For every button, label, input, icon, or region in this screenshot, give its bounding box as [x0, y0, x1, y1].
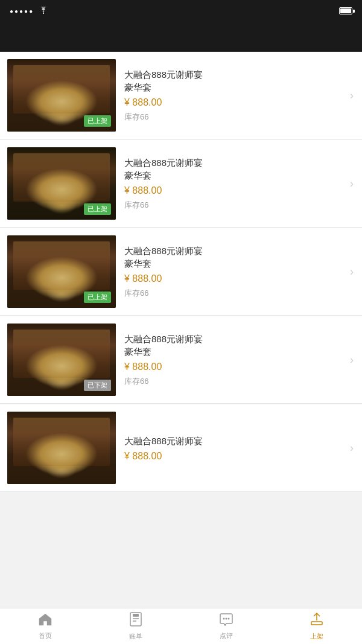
item-price: ¥ 888.00	[124, 362, 343, 372]
chevron-right-icon: ›	[350, 354, 362, 366]
bill-icon	[129, 612, 142, 630]
tab-bar: 首页 账单 点评	[0, 608, 362, 644]
item-title: 大融合888元谢师宴	[124, 435, 343, 447]
item-stock: 库存66	[124, 288, 343, 299]
battery-icon	[339, 7, 352, 14]
item-stock: 库存66	[124, 112, 343, 123]
tab-bill[interactable]: 账单	[91, 608, 181, 644]
tab-shelve[interactable]: 上架	[272, 608, 362, 644]
list-item[interactable]: 已上架 大融合888元谢师宴豪华套 ¥ 888.00 库存66 ›	[0, 140, 362, 228]
item-content: 大融合888元谢师宴豪华套 ¥ 888.00 库存66	[116, 154, 350, 213]
item-price: ¥ 888.00	[124, 97, 343, 108]
status-badge: 已上架	[84, 292, 111, 303]
item-image: 已上架	[7, 235, 116, 308]
item-content: 大融合888元谢师宴 ¥ 888.00	[116, 432, 350, 464]
tab-review-label: 点评	[220, 631, 233, 640]
list-item[interactable]: 大融合888元谢师宴 ¥ 888.00 ›	[0, 404, 362, 492]
item-content: 大融合888元谢师宴豪华套 ¥ 888.00 库存66	[116, 330, 350, 389]
item-title: 大融合888元谢师宴豪华套	[124, 244, 343, 270]
svg-rect-5	[133, 614, 139, 616]
item-title: 大融合888元谢师宴豪华套	[124, 68, 343, 94]
tab-review[interactable]: 点评	[181, 608, 272, 644]
signal-dots: ●●●●●	[10, 8, 34, 14]
svg-point-8	[228, 617, 230, 619]
list-item[interactable]: 已上架 大融合888元谢师宴豪华套 ¥ 888.00 库存66 ›	[0, 52, 362, 139]
nav-bar	[0, 22, 362, 52]
list-item[interactable]: 已上架 大融合888元谢师宴豪华套 ¥ 888.00 库存66 ›	[0, 228, 362, 316]
svg-point-6	[223, 617, 225, 619]
item-image: 已上架	[7, 59, 116, 132]
status-bar: ●●●●●	[0, 0, 362, 22]
svg-rect-9	[311, 622, 322, 625]
status-left: ●●●●●	[10, 7, 48, 16]
item-title-line2: 豪华套	[124, 346, 151, 357]
status-badge: 已上架	[84, 203, 111, 215]
product-list: 已上架 大融合888元谢师宴豪华套 ¥ 888.00 库存66 › 已上架 大融…	[0, 52, 362, 535]
status-right	[335, 7, 352, 14]
wifi-icon	[39, 7, 48, 16]
home-icon	[38, 613, 52, 630]
svg-point-7	[226, 617, 227, 619]
item-title-line2: 豪华套	[124, 258, 151, 269]
item-price: ¥ 888.00	[124, 185, 343, 196]
item-content: 大融合888元谢师宴豪华套 ¥ 888.00 库存66	[116, 66, 350, 125]
item-content: 大融合888元谢师宴豪华套 ¥ 888.00 库存66	[116, 242, 350, 301]
item-title: 大融合888元谢师宴豪华套	[124, 156, 343, 182]
item-title-line2: 豪华套	[124, 82, 151, 92]
item-image	[7, 412, 116, 484]
tab-home[interactable]: 首页	[0, 608, 91, 644]
tab-bill-label: 账单	[129, 632, 142, 641]
chevron-right-icon: ›	[350, 266, 362, 278]
tab-home-label: 首页	[39, 631, 52, 640]
item-price: ¥ 888.00	[124, 451, 343, 462]
chevron-right-icon: ›	[350, 177, 362, 190]
item-image: 已下架	[7, 324, 116, 396]
review-icon	[219, 613, 233, 630]
svg-point-0	[43, 13, 44, 14]
chevron-right-icon: ›	[350, 89, 362, 102]
upload-icon	[310, 612, 324, 630]
item-stock: 库存66	[124, 376, 343, 387]
status-badge: 已上架	[84, 115, 111, 127]
item-title: 大融合888元谢师宴豪华套	[124, 333, 343, 358]
item-image: 已上架	[7, 147, 116, 220]
item-title-line2: 豪华套	[124, 170, 151, 180]
item-price: ¥ 888.00	[124, 273, 343, 284]
item-stock: 库存66	[124, 200, 343, 211]
chevron-right-icon: ›	[350, 442, 362, 454]
restaurant-image	[7, 412, 116, 484]
tab-shelve-label: 上架	[310, 632, 323, 641]
list-item[interactable]: 已下架 大融合888元谢师宴豪华套 ¥ 888.00 库存66 ›	[0, 316, 362, 404]
status-badge: 已下架	[84, 380, 111, 391]
